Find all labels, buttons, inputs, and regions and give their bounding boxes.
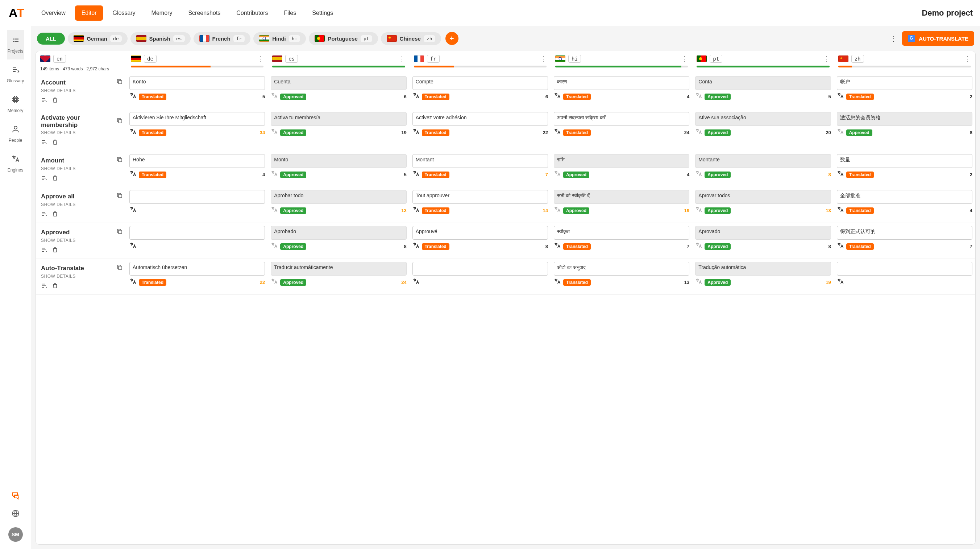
- show-details[interactable]: SHOW DETAILS: [41, 202, 123, 207]
- translation-input[interactable]: अपनी सदस्यता सक्रिय करें: [554, 112, 689, 126]
- topnav-glossary[interactable]: Glossary: [106, 5, 142, 21]
- translation-input[interactable]: Automatisch übersetzen: [129, 262, 265, 276]
- translate-icon[interactable]: [554, 278, 561, 287]
- translate-icon[interactable]: [412, 278, 420, 287]
- trash-icon[interactable]: [52, 211, 58, 219]
- translate-icon[interactable]: [129, 128, 137, 137]
- translate-icon[interactable]: [695, 128, 702, 137]
- lang-filter-hi[interactable]: Hindihi: [253, 32, 306, 45]
- translation-input[interactable]: 数量: [837, 154, 972, 168]
- translate-icon[interactable]: [554, 242, 561, 251]
- copy-icon[interactable]: [116, 156, 123, 164]
- logo[interactable]: AT: [0, 6, 31, 20]
- show-details[interactable]: SHOW DETAILS: [41, 238, 123, 243]
- trash-icon[interactable]: [52, 247, 58, 255]
- translate-icon[interactable]: [271, 242, 278, 251]
- copy-icon[interactable]: [116, 192, 123, 201]
- trash-icon[interactable]: [52, 175, 58, 183]
- col-more-icon[interactable]: ⋮: [681, 55, 688, 63]
- globe-icon[interactable]: [11, 509, 20, 520]
- translation-input[interactable]: Aktivieren Sie Ihre Mitgliedschaft: [129, 112, 265, 126]
- translation-input[interactable]: 帐户: [837, 76, 972, 90]
- translation-input[interactable]: Tout approuver: [412, 190, 548, 204]
- note-icon[interactable]: [41, 139, 48, 147]
- lang-filter-de[interactable]: Germande: [68, 32, 127, 45]
- col-more-icon[interactable]: ⋮: [964, 55, 971, 63]
- translate-icon[interactable]: [412, 170, 420, 179]
- trash-icon[interactable]: [52, 282, 58, 291]
- copy-icon[interactable]: [116, 264, 123, 272]
- translation-input[interactable]: Cuenta: [271, 76, 406, 90]
- translate-icon[interactable]: [412, 206, 420, 215]
- translation-input[interactable]: 得到正式认可的: [837, 226, 972, 240]
- translation-input[interactable]: Approuvé: [412, 226, 548, 240]
- topnav-files[interactable]: Files: [277, 5, 302, 21]
- copy-icon[interactable]: [116, 228, 123, 236]
- translation-input[interactable]: Ative sua associação: [695, 112, 831, 126]
- translation-input[interactable]: Traducir automáticamente: [271, 262, 406, 276]
- translate-icon[interactable]: [129, 170, 137, 179]
- translate-icon[interactable]: [837, 128, 844, 137]
- sidebar-item-people[interactable]: People: [7, 119, 24, 149]
- translate-icon[interactable]: [695, 92, 702, 101]
- translate-icon[interactable]: [695, 206, 702, 215]
- translate-icon[interactable]: [837, 92, 844, 101]
- translate-icon[interactable]: [271, 206, 278, 215]
- show-details[interactable]: SHOW DETAILS: [41, 274, 123, 279]
- translate-icon[interactable]: [695, 170, 702, 179]
- translate-icon[interactable]: [271, 128, 278, 137]
- translation-input[interactable]: कारण: [554, 76, 689, 90]
- translation-input[interactable]: स्वीकृत: [554, 226, 689, 240]
- add-language-button[interactable]: +: [445, 32, 458, 45]
- translate-icon[interactable]: [129, 92, 137, 101]
- translate-icon[interactable]: [412, 128, 420, 137]
- note-icon[interactable]: [41, 282, 48, 291]
- lang-filter-zh[interactable]: Chinesezh: [381, 32, 441, 45]
- sidebar-item-projects[interactable]: Projects: [7, 30, 24, 59]
- translate-icon[interactable]: [554, 170, 561, 179]
- translation-input[interactable]: Höhe: [129, 154, 265, 168]
- translate-icon[interactable]: [554, 206, 561, 215]
- sidebar-item-memory[interactable]: Memory: [7, 89, 24, 119]
- translate-icon[interactable]: [554, 92, 561, 101]
- translate-icon[interactable]: [412, 242, 420, 251]
- translation-input[interactable]: ऑटो का अनुवाद: [554, 262, 689, 276]
- note-icon[interactable]: [41, 247, 48, 255]
- translate-icon[interactable]: [271, 92, 278, 101]
- topnav-settings[interactable]: Settings: [305, 5, 340, 21]
- translation-input[interactable]: Tradução automática: [695, 262, 831, 276]
- translation-input[interactable]: Conta: [695, 76, 831, 90]
- translate-icon[interactable]: [837, 170, 844, 179]
- translation-input[interactable]: Activez votre adhésion: [412, 112, 548, 126]
- translation-input[interactable]: राशि: [554, 154, 689, 168]
- col-more-icon[interactable]: ⋮: [823, 55, 830, 63]
- topnav-overview[interactable]: Overview: [35, 5, 72, 21]
- sidebar-item-glossary[interactable]: Glossary: [7, 59, 24, 89]
- translation-input[interactable]: सभी को स्वीकृति दें: [554, 190, 689, 204]
- translate-icon[interactable]: [695, 242, 702, 251]
- translate-icon[interactable]: [129, 278, 137, 287]
- copy-icon[interactable]: [116, 118, 123, 126]
- lang-filter-es[interactable]: Spanishes: [130, 32, 191, 45]
- lang-filter-pt[interactable]: Portuguesept: [309, 32, 378, 45]
- translation-input[interactable]: [837, 262, 972, 276]
- translate-icon[interactable]: [695, 278, 702, 287]
- translation-input[interactable]: Compte: [412, 76, 548, 90]
- topnav-screenshots[interactable]: Screenshots: [181, 5, 227, 21]
- translation-input[interactable]: 全部批准: [837, 190, 972, 204]
- translate-icon[interactable]: [129, 242, 137, 251]
- col-more-icon[interactable]: ⋮: [540, 55, 547, 63]
- translate-icon[interactable]: [129, 206, 137, 215]
- translate-icon[interactable]: [412, 92, 420, 101]
- filter-all[interactable]: ALL: [37, 33, 65, 45]
- translation-input[interactable]: Monto: [271, 154, 406, 168]
- show-details[interactable]: SHOW DETAILS: [41, 130, 123, 135]
- note-icon[interactable]: [41, 97, 48, 105]
- note-icon[interactable]: [41, 175, 48, 183]
- note-icon[interactable]: [41, 211, 48, 219]
- translation-input[interactable]: Montant: [412, 154, 548, 168]
- translation-input[interactable]: [129, 226, 265, 240]
- translation-input[interactable]: Montante: [695, 154, 831, 168]
- translation-input[interactable]: Aprovar todos: [695, 190, 831, 204]
- topnav-editor[interactable]: Editor: [75, 5, 103, 21]
